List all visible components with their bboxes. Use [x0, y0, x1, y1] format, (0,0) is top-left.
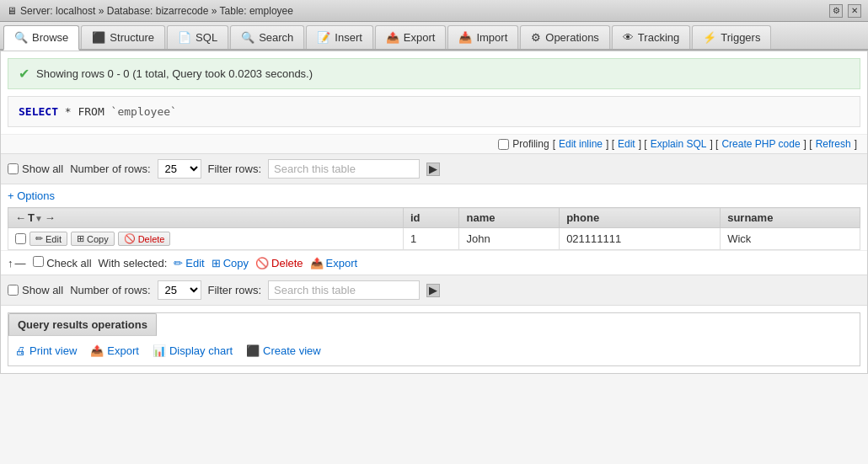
triggers-tab-icon: ⚡ — [703, 31, 716, 44]
td-id: 1 — [403, 228, 458, 250]
query-results-section: Query results operations 🖨 Print view 📤 … — [8, 312, 860, 366]
tab-triggers-label: Triggers — [721, 31, 760, 44]
bottom-filter-rows-label: Filter rows: — [208, 284, 262, 296]
show-all-label[interactable]: Show all — [8, 163, 63, 175]
td-actions: ✏ Edit ⊞ Copy 🚫 Delete — [8, 228, 404, 250]
bulk-copy-link[interactable]: ⊞ Copy — [212, 257, 249, 269]
tab-sql[interactable]: 📄 SQL — [167, 25, 228, 49]
edit-button[interactable]: ✏ Edit — [29, 232, 67, 246]
create-view-link[interactable]: ⬛ Create view — [246, 344, 321, 357]
main-content: ✔ Showing rows 0 - 0 (1 total, Query too… — [0, 51, 868, 374]
show-all-text: Show all — [22, 163, 63, 175]
bulk-edit-label: Edit — [185, 257, 204, 269]
copy-button[interactable]: ⊞ Copy — [71, 232, 115, 246]
th-phone[interactable]: phone — [560, 208, 721, 228]
tab-structure[interactable]: ⬛ Structure — [81, 25, 165, 49]
title-bar: 🖥 Server: localhost » Database: bizarrec… — [0, 0, 868, 22]
qr-export-link[interactable]: 📤 Export — [90, 344, 139, 357]
top-filter-input[interactable] — [268, 159, 420, 179]
operations-tab-icon: ⚙ — [531, 31, 541, 44]
tab-import[interactable]: 📥 Import — [447, 25, 518, 49]
tab-tracking-label: Tracking — [638, 31, 679, 44]
print-view-label: Print view — [29, 344, 77, 357]
close-button[interactable]: ✕ — [848, 4, 861, 18]
row-select-checkbox[interactable] — [15, 233, 26, 244]
check-all-label[interactable]: Check all — [33, 256, 92, 269]
delete-button[interactable]: 🚫 Delete — [118, 232, 171, 246]
bulk-export-link[interactable]: 📤 Export — [310, 257, 358, 269]
tab-tracking[interactable]: 👁 Tracking — [612, 25, 690, 49]
up-arrow-icon: ↑ — [8, 257, 13, 269]
tab-insert[interactable]: 📝 Insert — [306, 25, 373, 49]
number-of-rows-label: Number of rows: — [70, 163, 150, 175]
bottom-table-controls: Show all Number of rows: 25 50 100 Filte… — [1, 275, 867, 306]
display-chart-link[interactable]: 📊 Display chart — [153, 344, 233, 357]
table-header-row: ← T▼ → id name phone su — [8, 208, 860, 228]
bottom-filter-go-button[interactable]: ▶ — [426, 284, 440, 297]
import-tab-icon: 📥 — [458, 31, 472, 44]
query-results-header-btn[interactable]: Query results operations — [8, 313, 157, 336]
tab-export-label: Export — [404, 31, 436, 44]
delete-icon: 🚫 — [124, 233, 136, 244]
edit-inline-link[interactable]: Edit inline — [559, 138, 603, 150]
cell-phone: 021111111 — [566, 232, 621, 245]
print-view-link[interactable]: 🖨 Print view — [15, 344, 77, 357]
bulk-delete-icon: 🚫 — [255, 257, 269, 269]
bulk-copy-label: Copy — [223, 257, 249, 269]
td-phone: 021111111 — [560, 228, 721, 250]
th-name-label: name — [466, 211, 495, 224]
td-name: John — [459, 228, 560, 250]
bottom-number-of-rows-label: Number of rows: — [70, 284, 150, 296]
cell-id: 1 — [410, 232, 416, 245]
top-table-controls: Show all Number of rows: 25 50 100 Filte… — [1, 153, 867, 184]
th-name[interactable]: name — [459, 208, 560, 228]
profiling-checkbox[interactable] — [498, 139, 509, 150]
tab-search[interactable]: 🔍 Search — [230, 25, 304, 49]
bottom-filter-input[interactable] — [268, 280, 420, 300]
tracking-tab-icon: 👁 — [623, 31, 634, 44]
tab-import-label: Import — [476, 31, 507, 44]
tab-operations[interactable]: ⚙ Operations — [520, 25, 610, 49]
create-php-code-link[interactable]: Create PHP code — [721, 138, 800, 150]
explain-sql-link[interactable]: Explain SQL — [651, 138, 707, 150]
rows-count-select[interactable]: 25 50 100 — [158, 159, 201, 179]
tab-browse[interactable]: 🔍 Browse — [3, 25, 79, 51]
query-results-body: 🖨 Print view 📤 Export 📊 Display chart ⬛ … — [8, 336, 860, 365]
profiling-label: Profiling — [512, 138, 549, 150]
edit-label: Edit — [46, 234, 62, 244]
browse-tab-icon: 🔍 — [14, 31, 28, 44]
row-action-buttons: ✏ Edit ⊞ Copy 🚫 Delete — [15, 232, 396, 246]
th-surname-label: surname — [727, 211, 773, 224]
bulk-edit-icon: ✏ — [174, 257, 183, 269]
th-id[interactable]: id — [403, 208, 458, 228]
tab-triggers[interactable]: ⚡ Triggers — [692, 25, 771, 49]
th-checkbox: ← T▼ → — [8, 208, 404, 228]
table-sort-icon[interactable]: T▼ — [28, 211, 43, 224]
qr-export-icon: 📤 — [90, 344, 104, 357]
display-chart-label: Display chart — [169, 344, 233, 357]
settings-button[interactable]: ⚙ — [829, 4, 843, 18]
export-tab-icon: 📤 — [386, 31, 399, 44]
refresh-link[interactable]: Refresh — [816, 138, 851, 150]
bottom-show-all-label[interactable]: Show all — [8, 284, 63, 296]
tab-export[interactable]: 📤 Export — [375, 25, 447, 49]
with-selected-label: With selected: — [99, 257, 168, 269]
bulk-edit-link[interactable]: ✏ Edit — [174, 257, 204, 269]
data-table: ← T▼ → id name phone su — [8, 207, 860, 250]
th-surname[interactable]: surname — [721, 208, 860, 228]
check-all-checkbox[interactable] — [33, 256, 44, 267]
filter-rows-label: Filter rows: — [208, 163, 262, 175]
query-results-header-label: Query results operations — [18, 318, 147, 331]
bulk-delete-link[interactable]: 🚫 Delete — [255, 257, 303, 269]
filter-go-button[interactable]: ▶ — [426, 163, 440, 176]
edit-link[interactable]: Edit — [618, 138, 635, 150]
create-view-label: Create view — [263, 344, 321, 357]
bottom-rows-count-select[interactable]: 25 50 100 — [158, 280, 201, 300]
copy-icon: ⊞ — [77, 233, 84, 244]
line-icon: — — [15, 257, 26, 269]
info-message: Showing rows 0 - 0 (1 total, Query took … — [36, 67, 313, 80]
options-link[interactable]: + Options — [8, 189, 55, 202]
bottom-show-all-checkbox[interactable] — [8, 285, 19, 296]
show-all-checkbox[interactable] — [8, 163, 19, 174]
tab-structure-label: Structure — [110, 31, 154, 44]
